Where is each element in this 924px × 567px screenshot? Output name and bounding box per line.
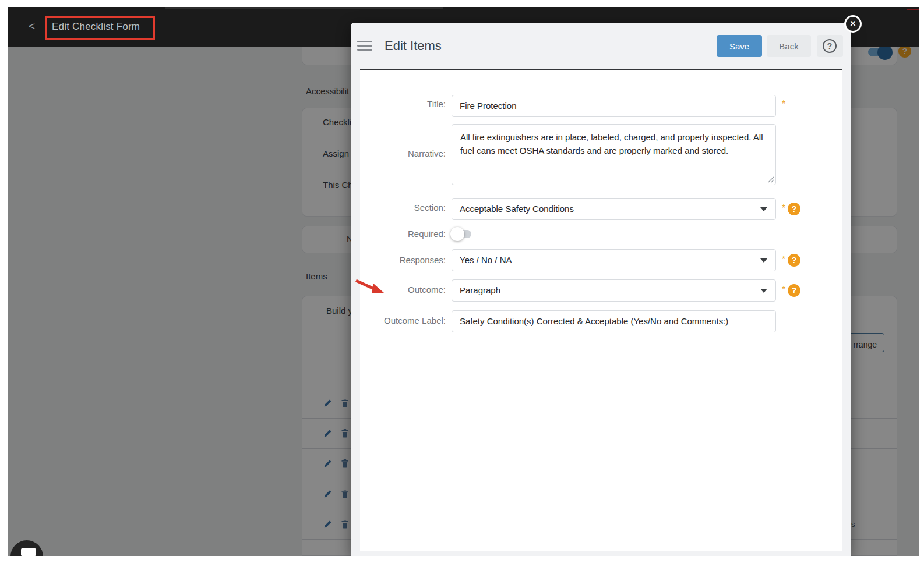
outcome-help-icon[interactable]: ?: [788, 284, 800, 297]
back-chevron-icon[interactable]: <: [29, 20, 35, 33]
textarea-resize-handle[interactable]: [767, 175, 775, 183]
page-title: Edit Checklist Form: [52, 21, 140, 33]
help-icon: ?: [823, 39, 837, 53]
required-field-label: Required:: [360, 229, 446, 239]
help-button[interactable]: ?: [817, 35, 843, 57]
required-asterisk: *: [782, 285, 785, 295]
back-button[interactable]: Back: [767, 35, 811, 57]
frame-left: [0, 0, 8, 567]
title-field-label: Title:: [360, 99, 446, 109]
close-button[interactable]: ✕: [844, 15, 862, 33]
chevron-down-icon[interactable]: [760, 207, 767, 211]
title-input[interactable]: Fire Protection: [452, 95, 776, 117]
required-asterisk: *: [782, 254, 785, 265]
screen: Active ? Accessibilit Checklist Assign t…: [0, 0, 924, 567]
required-asterisk: *: [782, 99, 785, 109]
responses-field-label: Responses:: [360, 255, 446, 265]
frame-bottom: [0, 556, 924, 567]
annotation-red-arrow: [354, 278, 386, 297]
frame-top: [0, 0, 924, 7]
responses-select[interactable]: Yes / No / NA: [452, 249, 776, 271]
narrative-textarea[interactable]: All fire extinguishers are in place, lab…: [452, 124, 776, 185]
modal-title: Edit Items: [385, 38, 442, 54]
menu-hamburger-icon[interactable]: [357, 41, 372, 51]
section-field-label: Section:: [360, 203, 446, 212]
section-select[interactable]: Acceptable Safety Conditions: [452, 198, 776, 220]
responses-help-icon[interactable]: ?: [788, 254, 800, 267]
outcome-label-field-label: Outcome Label:: [360, 316, 446, 325]
annotation-red-mark: [907, 9, 919, 10]
recorder-bubble-notch: [21, 548, 36, 556]
section-help-icon[interactable]: ?: [788, 203, 800, 215]
required-asterisk: *: [782, 203, 785, 214]
topbar-band: [165, 7, 443, 9]
frame-right: [919, 0, 924, 567]
chevron-down-icon[interactable]: [760, 258, 767, 263]
outcome-select[interactable]: Paragraph: [452, 279, 776, 302]
save-button[interactable]: Save: [717, 35, 762, 57]
required-toggle-knob[interactable]: [450, 227, 464, 241]
outcome-label-input[interactable]: Safety Condition(s) Corrected & Acceptab…: [452, 310, 776, 332]
chevron-down-icon[interactable]: [760, 289, 767, 293]
narrative-field-label: Narrative:: [360, 148, 446, 158]
close-icon: ✕: [846, 17, 860, 31]
